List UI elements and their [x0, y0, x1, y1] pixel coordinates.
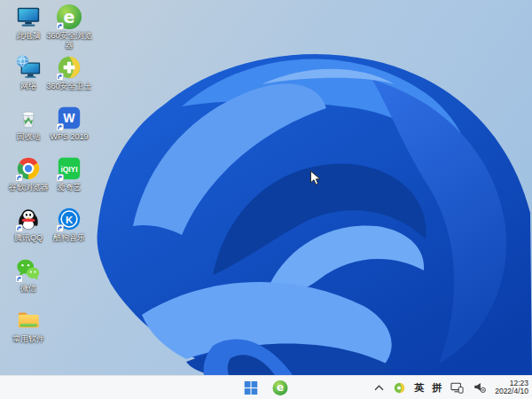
taskbar: e 英 拼 — [0, 375, 532, 399]
shortcut-arrow-icon — [15, 224, 23, 232]
ime-pinyin-indicator[interactable]: 拼 — [432, 381, 442, 395]
desktop-icon-label: 微信 — [20, 284, 36, 293]
tray-chevron-up-icon[interactable] — [373, 383, 385, 393]
desktop-icon-label: 360安全卫士 — [46, 82, 91, 91]
shortcut-arrow-icon — [56, 22, 64, 30]
desktop-icon-iqiyi[interactable]: iQIYI 爱奇艺 — [44, 155, 94, 192]
this-pc-icon — [15, 4, 42, 30]
wechat-icon — [15, 256, 42, 283]
kugou-icon: K — [56, 206, 82, 232]
wps-icon: W — [56, 105, 82, 131]
tray-display-icon[interactable] — [450, 380, 465, 395]
desktop-icon-kugou[interactable]: K 酷狗音乐 — [44, 206, 94, 243]
desktop-icon-label: 腾讯QQ — [14, 233, 43, 243]
360-browser-icon: e — [273, 380, 288, 395]
tray-volume-icon[interactable] — [473, 380, 487, 395]
desktop-icon-label: 酷狗音乐 — [53, 233, 85, 243]
shortcut-arrow-icon — [15, 275, 23, 283]
taskbar-clock[interactable]: 12:23 2022/4/10 — [495, 379, 528, 396]
desktop-icon-grid: 此电脑e 360安全浏览器 网络 360安全卫士 回收站 W WPS 2019 … — [4, 2, 101, 374]
360-browser-icon: e — [56, 4, 82, 30]
network-icon — [15, 54, 42, 81]
360-security-icon — [56, 54, 82, 81]
start-button[interactable] — [243, 379, 260, 396]
svg-text:K: K — [66, 215, 74, 225]
desktop-icon-label: 此电脑 — [17, 31, 41, 41]
recycle-bin-icon — [15, 105, 42, 131]
desktop-icon-wechat[interactable]: 微信 — [4, 256, 53, 293]
windows-desktop: 此电脑e 360安全浏览器 网络 360安全卫士 回收站 W WPS 2019 … — [0, 0, 532, 399]
desktop-icon-label: 网络 — [20, 82, 36, 91]
folder-icon — [15, 307, 42, 333]
chrome-icon — [15, 155, 42, 182]
desktop-icon-label: 常用软件 — [12, 334, 44, 344]
tray-360-security-icon[interactable] — [393, 381, 406, 395]
shortcut-arrow-icon — [15, 174, 23, 182]
iqiyi-icon: iQIYI — [56, 155, 82, 182]
shortcut-arrow-icon — [56, 123, 64, 131]
qq-icon — [15, 206, 42, 232]
desktop-icon-360-browser[interactable]: e 360安全浏览器 — [44, 4, 94, 50]
shortcut-arrow-icon — [56, 224, 64, 232]
shortcut-arrow-icon — [56, 174, 64, 182]
shortcut-arrow-icon — [56, 73, 64, 81]
desktop-icon-wps[interactable]: W WPS 2019 — [44, 105, 94, 142]
clock-date: 2022/4/10 — [495, 387, 528, 396]
svg-text:iQIYI: iQIYI — [60, 165, 77, 174]
taskbar-360-browser-button[interactable]: e — [271, 379, 290, 397]
desktop-icon-label: WPS 2019 — [50, 132, 88, 142]
desktop-icon-label: 谷歌浏览器 — [9, 183, 49, 192]
windows-logo-icon — [245, 381, 258, 395]
taskbar-center-icons: e — [243, 376, 290, 399]
svg-text:W: W — [63, 111, 75, 125]
desktop-icon-label: 回收站 — [17, 132, 41, 142]
ime-english-indicator[interactable]: 英 — [414, 381, 424, 395]
desktop-icon-folder[interactable]: 常用软件 — [4, 307, 53, 344]
desktop-icon-label: 爱奇艺 — [58, 183, 82, 192]
desktop-icon-360-security[interactable]: 360安全卫士 — [44, 54, 94, 91]
system-tray: 英 拼 12:23 2022/4/10 — [373, 376, 528, 399]
desktop-icon-label: 360安全浏览器 — [44, 31, 94, 50]
